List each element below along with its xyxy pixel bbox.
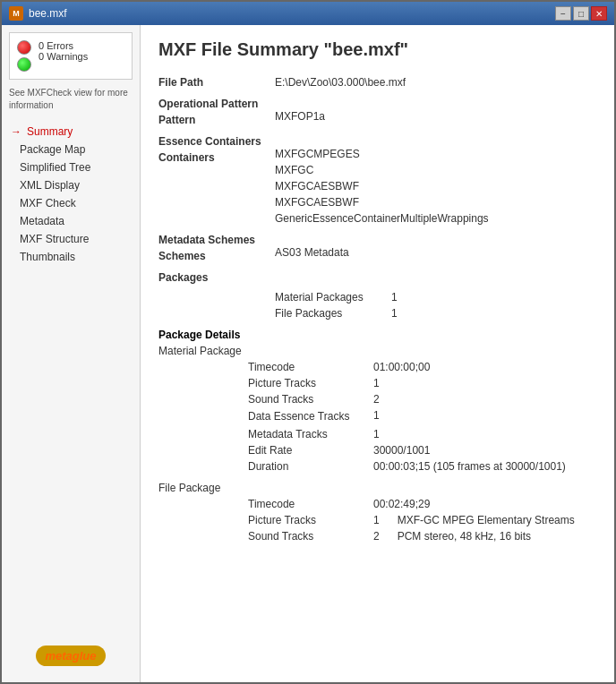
metadata-schemes-row: Metadata Schemes Schemes AS03 Metadata — [158, 232, 596, 264]
main-window: M bee.mxf − □ ✕ 0 Errors 0 Warnings — [0, 0, 616, 684]
sidebar-item-mxf-check[interactable]: MXF Check — [2, 194, 140, 212]
timecode-row: Timecode 01:00:00;00 — [158, 361, 596, 373]
fp-picture-tracks-value: 1 — [373, 514, 380, 526]
essence-container-4: GenericEssenceContainerMultipleWrappings — [275, 210, 489, 227]
metaglue-logo: metaglue — [36, 646, 105, 666]
operational-pattern-row: Operational Pattern Pattern MXFOP1a — [158, 96, 596, 128]
fp-picture-tracks-row: Picture Tracks 1 MXF-GC MPEG Elementary … — [158, 514, 596, 526]
metadata-tracks-row: Metadata Tracks 1 — [158, 428, 596, 440]
data-essence-tracks-value: 1 — [373, 409, 380, 424]
metadata-schemes-label: Metadata Schemes Schemes — [158, 232, 275, 264]
fp-picture-tracks-note: MXF-GC MPEG Elementary Streams — [398, 514, 575, 526]
fp-sound-tracks-value-group: 2 PCM stereo, 48 kHz, 16 bits — [373, 530, 531, 543]
close-button[interactable]: ✕ — [591, 6, 607, 21]
duration-label: Duration — [248, 460, 373, 473]
app-icon: M — [9, 6, 23, 21]
window-title: bee.mxf — [29, 7, 67, 20]
sidebar: 0 Errors 0 Warnings See MXFCheck view fo… — [2, 25, 141, 682]
metadata-scheme-0: AS03 Metadata — [275, 244, 349, 261]
nav-label-summary: Summary — [27, 125, 73, 138]
sidebar-item-metadata[interactable]: Metadata — [2, 212, 140, 230]
picture-tracks-value: 1 — [373, 377, 380, 389]
metadata-schemes-values: AS03 Metadata — [275, 232, 349, 264]
data-essence-tracks-row: Data Essence Tracks 1 — [158, 409, 596, 424]
data-essence-tracks-label: Data Essence Tracks — [248, 409, 373, 424]
nav-label-metadata: Metadata — [20, 215, 64, 227]
fp-picture-tracks-value-group: 1 MXF-GC MPEG Elementary Streams — [373, 514, 575, 526]
fp-timecode-label: Timecode — [248, 498, 373, 510]
red-light — [17, 40, 31, 55]
edit-rate-label: Edit Rate — [248, 444, 373, 457]
file-path-label: File Path — [158, 74, 275, 90]
file-packages-row: File Packages 1 — [158, 307, 596, 320]
metadata-tracks-label: Metadata Tracks — [248, 428, 373, 440]
green-light — [17, 57, 31, 72]
fp-sound-tracks-row: Sound Tracks 2 PCM stereo, 48 kHz, 16 bi… — [158, 530, 596, 543]
nav-menu: Summary Package Map Simplified Tree XML … — [2, 123, 140, 266]
duration-value: 00:00:03;15 (105 frames at 30000/1001) — [373, 460, 566, 473]
sidebar-item-summary[interactable]: Summary — [2, 123, 140, 141]
page-title: MXF File Summary "bee.mxf" — [158, 39, 596, 60]
content-area: 0 Errors 0 Warnings See MXFCheck view fo… — [2, 25, 614, 682]
material-package-label: Material Package — [158, 345, 596, 357]
main-content[interactable]: MXF File Summary "bee.mxf" File Path E:\… — [141, 25, 614, 682]
sidebar-item-xml-display[interactable]: XML Display — [2, 176, 140, 194]
nav-label-package-map: Package Map — [20, 143, 85, 156]
errors-text: 0 Errors — [38, 40, 88, 51]
fp-sound-tracks-value: 2 — [373, 530, 380, 543]
sidebar-item-thumbnails[interactable]: Thumbnails — [2, 248, 140, 266]
maximize-button[interactable]: □ — [573, 6, 589, 21]
sidebar-item-simplified-tree[interactable]: Simplified Tree — [2, 158, 140, 176]
edit-rate-row: Edit Rate 30000/1001 — [158, 444, 596, 457]
sound-tracks-row: Sound Tracks 2 — [158, 393, 596, 406]
material-packages-value: 1 — [391, 291, 398, 304]
fp-picture-tracks-label: Picture Tracks — [248, 514, 373, 526]
picture-tracks-label: Picture Tracks — [248, 377, 373, 389]
essence-containers-label: Essence Containers Containers — [158, 133, 275, 227]
title-bar-left: M bee.mxf — [9, 6, 67, 21]
minimize-button[interactable]: − — [555, 6, 571, 21]
fp-sound-tracks-label: Sound Tracks — [248, 530, 373, 543]
nav-label-mxf-structure: MXF Structure — [20, 233, 89, 245]
fp-sound-tracks-note: PCM stereo, 48 kHz, 16 bits — [398, 530, 531, 543]
sound-tracks-label: Sound Tracks — [248, 393, 373, 406]
edit-rate-value: 30000/1001 — [373, 444, 430, 457]
file-package-label: File Package — [158, 482, 596, 494]
essence-container-2: MXFGCAESBWF — [275, 178, 489, 194]
material-packages-sub: Material Packages 1 — [275, 291, 596, 304]
essence-container-1: MXFGC — [275, 162, 489, 178]
duration-row: Duration 00:00:03;15 (105 frames at 3000… — [158, 460, 596, 473]
timecode-label: Timecode — [248, 361, 373, 373]
operational-pattern-label: Operational Pattern Pattern — [158, 96, 275, 128]
file-packages-value: 1 — [391, 307, 398, 320]
logo-prefix: meta — [45, 649, 72, 663]
packages-row: Packages — [158, 269, 596, 286]
essence-containers-row: Essence Containers Containers MXFGCMPEGE… — [158, 133, 596, 227]
fp-timecode-row: Timecode 00:02:49;29 — [158, 498, 596, 510]
file-packages-label: File Packages — [275, 307, 391, 320]
essence-containers-values: MXFGCMPEGES MXFGC MXFGCAESBWF MXFGCAESBW… — [275, 133, 489, 227]
sidebar-item-mxf-structure[interactable]: MXF Structure — [2, 230, 140, 248]
nav-label-mxf-check: MXF Check — [20, 197, 76, 209]
sidebar-item-package-map[interactable]: Package Map — [2, 141, 140, 158]
logo-area: metaglue — [2, 638, 140, 673]
logo-suffix: glue — [73, 649, 97, 663]
operational-pattern-value: MXFOP1a — [275, 108, 325, 124]
traffic-lights — [17, 40, 31, 72]
package-details-label: Package Details — [158, 329, 596, 341]
fp-timecode-value: 00:02:49;29 — [373, 498, 430, 510]
file-path-value: E:\Dev\Zoo\03.000\bee.mxf — [275, 74, 406, 90]
timecode-value: 01:00:00;00 — [373, 361, 430, 373]
metadata-tracks-value: 1 — [373, 428, 380, 440]
title-buttons: − □ ✕ — [555, 6, 607, 21]
status-text-block: 0 Errors 0 Warnings — [38, 40, 88, 62]
nav-label-simplified-tree: Simplified Tree — [20, 161, 90, 174]
title-bar: M bee.mxf − □ ✕ — [2, 2, 614, 25]
warnings-text: 0 Warnings — [38, 51, 88, 62]
sound-tracks-value: 2 — [373, 393, 380, 406]
see-more-text: See MXFCheck view for more information — [9, 87, 133, 112]
picture-tracks-row: Picture Tracks 1 — [158, 377, 596, 389]
material-packages-label: Material Packages — [275, 291, 391, 304]
status-panel: 0 Errors 0 Warnings — [9, 32, 133, 80]
nav-label-xml-display: XML Display — [20, 179, 80, 192]
